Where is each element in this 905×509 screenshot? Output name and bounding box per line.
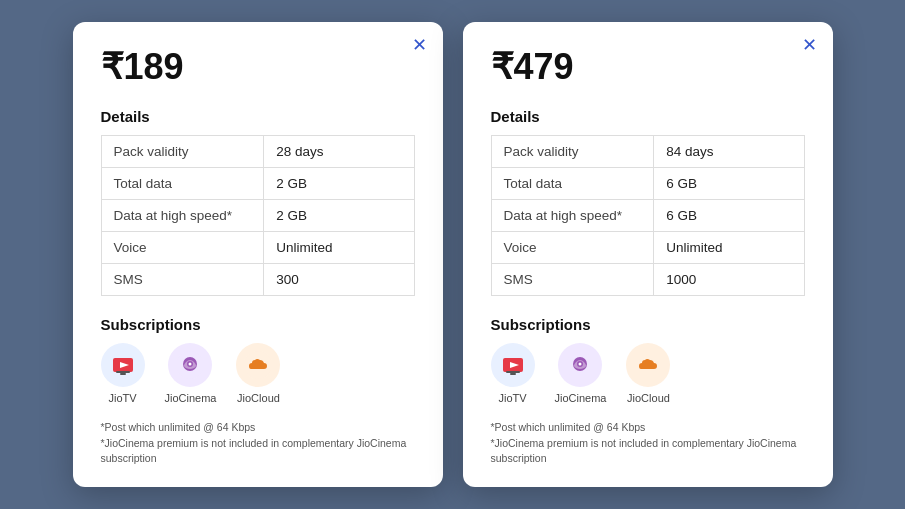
row-label: Voice <box>491 231 654 263</box>
jiocloud-icon-1 <box>236 343 280 387</box>
svg-point-18 <box>579 362 582 365</box>
row-value: 2 GB <box>264 199 414 231</box>
price-1: ₹189 <box>101 46 415 88</box>
sub-item-jiocloud-2: JioCloud <box>626 343 670 404</box>
row-value: Unlimited <box>654 231 804 263</box>
jiotv-icon-1 <box>101 343 145 387</box>
modal-479: ✕ ₹479 Details Pack validity84 daysTotal… <box>463 22 833 487</box>
row-label: SMS <box>101 263 264 295</box>
footnote: *JioCinema premium is not included in co… <box>101 436 415 468</box>
row-label: Data at high speed* <box>101 199 264 231</box>
jiocinema-icon-2 <box>558 343 602 387</box>
svg-rect-14 <box>510 373 516 375</box>
jiotv-icon-2 <box>491 343 535 387</box>
table-row: SMS300 <box>101 263 414 295</box>
table-row: Total data6 GB <box>491 167 804 199</box>
row-value: Unlimited <box>264 231 414 263</box>
row-label: Pack validity <box>101 135 264 167</box>
jiotv-label-1: JioTV <box>108 392 136 404</box>
sub-item-jiotv-2: JioTV <box>491 343 535 404</box>
sub-item-jiocinema-2: JioCinema <box>555 343 607 404</box>
row-value: 84 days <box>654 135 804 167</box>
close-button-2[interactable]: ✕ <box>802 36 817 54</box>
subscription-icons-1: JioTV JioCinema <box>101 343 415 404</box>
table-row: Total data2 GB <box>101 167 414 199</box>
sub-item-jiocinema-1: JioCinema <box>165 343 217 404</box>
table-row: SMS1000 <box>491 263 804 295</box>
jiocloud-icon-2 <box>626 343 670 387</box>
subscription-icons-2: JioTV JioCinema <box>491 343 805 404</box>
subscriptions-section-1: Subscriptions JioTV <box>101 316 415 404</box>
jiocinema-icon-1 <box>168 343 212 387</box>
table-row: VoiceUnlimited <box>491 231 804 263</box>
modals-wrapper: ✕ ₹189 Details Pack validity28 daysTotal… <box>73 22 833 487</box>
sub-item-jiocloud-1: JioCloud <box>236 343 280 404</box>
svg-rect-4 <box>120 373 126 375</box>
details-table-1: Pack validity28 daysTotal data2 GBData a… <box>101 135 415 296</box>
svg-rect-3 <box>116 371 130 373</box>
footnotes-2: *Post which unlimited @ 64 Kbps*JioCinem… <box>491 420 805 467</box>
svg-point-8 <box>189 362 192 365</box>
subscriptions-title-1: Subscriptions <box>101 316 415 333</box>
row-label: Voice <box>101 231 264 263</box>
svg-rect-13 <box>506 371 520 373</box>
row-value: 2 GB <box>264 167 414 199</box>
close-button-1[interactable]: ✕ <box>412 36 427 54</box>
row-label: Data at high speed* <box>491 199 654 231</box>
jiocinema-label-1: JioCinema <box>165 392 217 404</box>
footnotes-1: *Post which unlimited @ 64 Kbps*JioCinem… <box>101 420 415 467</box>
row-label: Total data <box>101 167 264 199</box>
row-label: Total data <box>491 167 654 199</box>
subscriptions-title-2: Subscriptions <box>491 316 805 333</box>
table-row: Data at high speed*6 GB <box>491 199 804 231</box>
table-row: Pack validity84 days <box>491 135 804 167</box>
jiocloud-label-1: JioCloud <box>237 392 280 404</box>
table-row: VoiceUnlimited <box>101 231 414 263</box>
jiotv-label-2: JioTV <box>498 392 526 404</box>
footnote: *JioCinema premium is not included in co… <box>491 436 805 468</box>
row-label: SMS <box>491 263 654 295</box>
details-title-1: Details <box>101 108 415 125</box>
price-2: ₹479 <box>491 46 805 88</box>
modal-189: ✕ ₹189 Details Pack validity28 daysTotal… <box>73 22 443 487</box>
row-value: 28 days <box>264 135 414 167</box>
table-row: Data at high speed*2 GB <box>101 199 414 231</box>
footnote: *Post which unlimited @ 64 Kbps <box>101 420 415 436</box>
row-value: 6 GB <box>654 167 804 199</box>
row-label: Pack validity <box>491 135 654 167</box>
subscriptions-section-2: Subscriptions JioTV <box>491 316 805 404</box>
jiocinema-label-2: JioCinema <box>555 392 607 404</box>
details-table-2: Pack validity84 daysTotal data6 GBData a… <box>491 135 805 296</box>
row-value: 300 <box>264 263 414 295</box>
table-row: Pack validity28 days <box>101 135 414 167</box>
sub-item-jiotv-1: JioTV <box>101 343 145 404</box>
row-value: 6 GB <box>654 199 804 231</box>
details-title-2: Details <box>491 108 805 125</box>
row-value: 1000 <box>654 263 804 295</box>
jiocloud-label-2: JioCloud <box>627 392 670 404</box>
footnote: *Post which unlimited @ 64 Kbps <box>491 420 805 436</box>
